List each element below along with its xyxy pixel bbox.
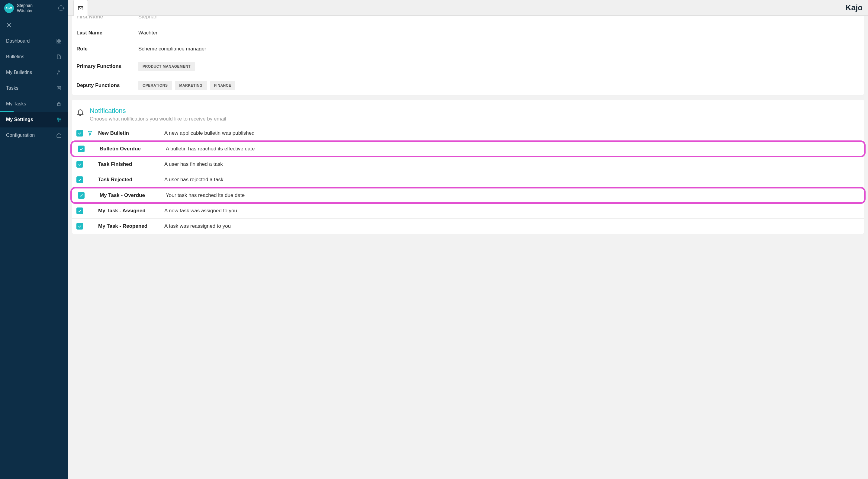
mail-icon bbox=[78, 5, 84, 11]
sidebar-item-label: Configuration bbox=[6, 133, 35, 138]
sidebar-item-configuration[interactable]: Configuration bbox=[0, 127, 68, 143]
svg-rect-1 bbox=[60, 39, 61, 40]
my-document-icon bbox=[56, 69, 62, 75]
chip: FINANCE bbox=[210, 81, 236, 90]
sliders-icon bbox=[56, 117, 62, 123]
sidebar-item-my-settings[interactable]: My Settings bbox=[0, 112, 68, 127]
sidebar: SW Stephan Wächter Dashboard Bulletins M… bbox=[0, 0, 68, 479]
bell-icon bbox=[76, 108, 84, 116]
notifications-list: New Bulletin A new applicable bulletin w… bbox=[72, 126, 864, 234]
notification-desc: A user has finished a task bbox=[164, 161, 223, 167]
dashboard-icon bbox=[56, 38, 62, 44]
notification-title: My Task - Overdue bbox=[100, 192, 162, 198]
topbar-left bbox=[73, 0, 88, 16]
svg-point-6 bbox=[58, 87, 60, 89]
notification-title: My Task - Assigned bbox=[98, 208, 160, 214]
notification-row: New Bulletin A new applicable bulletin w… bbox=[72, 126, 864, 141]
notification-desc: A new task was assigned to you bbox=[164, 208, 237, 214]
brand: Kajo bbox=[846, 3, 863, 12]
profile-row-role: Role Scheme compliance manager bbox=[72, 41, 864, 57]
profile-row-primary-functions: Primary Functions PRODUCT MANAGEMENT bbox=[72, 57, 864, 76]
profile-label: Deputy Functions bbox=[76, 83, 138, 89]
primary-functions-chips: PRODUCT MANAGEMENT bbox=[138, 62, 195, 71]
notifications-header: Notifications Choose what notifications … bbox=[72, 100, 864, 126]
sidebar-close-row bbox=[0, 16, 68, 33]
profile-row-last-name: Last Name Wächter bbox=[72, 25, 864, 41]
sidebar-item-label: My Settings bbox=[6, 117, 33, 122]
checkbox[interactable] bbox=[78, 192, 85, 199]
sidebar-item-label: Tasks bbox=[6, 86, 19, 91]
profile-card: First Name Stephan Last Name Wächter Rol… bbox=[72, 16, 864, 95]
notification-desc: A new applicable bulletin was published bbox=[164, 130, 255, 136]
user-first-name: Stephan bbox=[17, 3, 55, 8]
profile-label: Last Name bbox=[76, 30, 138, 36]
sidebar-item-label: Dashboard bbox=[6, 38, 30, 44]
deputy-functions-chips: OPERATIONS MARKETING FINANCE bbox=[138, 81, 235, 90]
sidebar-item-dashboard[interactable]: Dashboard bbox=[0, 33, 68, 49]
checkbox[interactable] bbox=[76, 177, 83, 183]
svg-marker-16 bbox=[88, 131, 92, 135]
svg-rect-3 bbox=[60, 41, 61, 43]
tasks-icon bbox=[56, 85, 62, 91]
profile-row-deputy-functions: Deputy Functions OPERATIONS MARKETING FI… bbox=[72, 76, 864, 95]
notification-row: Task Finished A user has finished a task bbox=[72, 157, 864, 172]
notification-title: New Bulletin bbox=[98, 130, 160, 136]
my-tasks-icon bbox=[56, 101, 62, 107]
sidebar-item-tasks[interactable]: Tasks bbox=[0, 80, 68, 96]
profile-value: Stephan bbox=[138, 16, 157, 20]
close-icon[interactable] bbox=[6, 22, 12, 28]
notification-row: My Task - Overdue Your task has reached … bbox=[70, 187, 866, 204]
filter-icon[interactable] bbox=[87, 130, 94, 136]
avatar: SW bbox=[4, 3, 14, 13]
notification-title: Bulletin Overdue bbox=[100, 146, 162, 152]
logout-icon[interactable] bbox=[58, 5, 64, 11]
svg-point-4 bbox=[58, 71, 60, 72]
checkbox[interactable] bbox=[76, 130, 83, 136]
notifications-title: Notifications bbox=[90, 107, 226, 115]
sidebar-item-my-bulletins[interactable]: My Bulletins bbox=[0, 65, 68, 80]
svg-rect-2 bbox=[57, 41, 58, 43]
notification-title: Task Rejected bbox=[98, 177, 160, 183]
checkbox[interactable] bbox=[76, 207, 83, 214]
chip: OPERATIONS bbox=[138, 81, 172, 90]
notification-desc: Your task has reached its due date bbox=[166, 192, 245, 198]
main: Kajo First Name Stephan Last Name Wächte… bbox=[68, 0, 868, 479]
notification-row: Bulletin Overdue A bulletin has reached … bbox=[70, 140, 866, 157]
user-last-name: Wächter bbox=[17, 8, 55, 13]
document-icon bbox=[56, 54, 62, 60]
chip: MARKETING bbox=[175, 81, 207, 90]
profile-label: Role bbox=[76, 46, 138, 52]
profile-value: Scheme compliance manager bbox=[138, 46, 206, 52]
profile-row-first-name: First Name Stephan bbox=[72, 16, 864, 25]
svg-rect-8 bbox=[58, 103, 60, 106]
svg-point-13 bbox=[60, 119, 60, 120]
sidebar-item-my-tasks[interactable]: My Tasks bbox=[0, 96, 68, 112]
checkbox[interactable] bbox=[76, 161, 83, 168]
notification-desc: A bulletin has reached its effective dat… bbox=[166, 146, 255, 152]
notification-row: My Task - Reopened A task was reassigned… bbox=[72, 219, 864, 234]
user-name: Stephan Wächter bbox=[17, 3, 55, 13]
profile-label: First Name bbox=[76, 16, 138, 20]
checkbox[interactable] bbox=[78, 146, 85, 152]
sidebar-user[interactable]: SW Stephan Wächter bbox=[0, 0, 68, 16]
sidebar-item-label: My Tasks bbox=[6, 101, 26, 106]
notification-row: Task Rejected A user has rejected a task bbox=[72, 172, 864, 188]
chip: PRODUCT MANAGEMENT bbox=[138, 62, 195, 71]
sidebar-item-bulletins[interactable]: Bulletins bbox=[0, 49, 68, 65]
svg-point-14 bbox=[58, 121, 59, 121]
notifications-subtitle: Choose what notifications you would like… bbox=[90, 116, 226, 122]
topbar: Kajo bbox=[68, 0, 868, 16]
home-icon bbox=[56, 132, 62, 138]
content: First Name Stephan Last Name Wächter Rol… bbox=[68, 16, 868, 479]
svg-rect-0 bbox=[57, 39, 58, 40]
notifications-card: Notifications Choose what notifications … bbox=[72, 100, 864, 234]
notification-desc: A task was reassigned to you bbox=[164, 223, 231, 229]
sidebar-item-label: Bulletins bbox=[6, 54, 24, 60]
profile-value: Wächter bbox=[138, 30, 157, 36]
checkbox[interactable] bbox=[76, 223, 83, 229]
mail-tab[interactable] bbox=[73, 0, 88, 16]
sidebar-item-label: My Bulletins bbox=[6, 70, 32, 75]
profile-label: Primary Functions bbox=[76, 63, 138, 69]
notification-row: My Task - Assigned A new task was assign… bbox=[72, 203, 864, 219]
sidebar-nav: Dashboard Bulletins My Bulletins Tasks M… bbox=[0, 33, 68, 143]
